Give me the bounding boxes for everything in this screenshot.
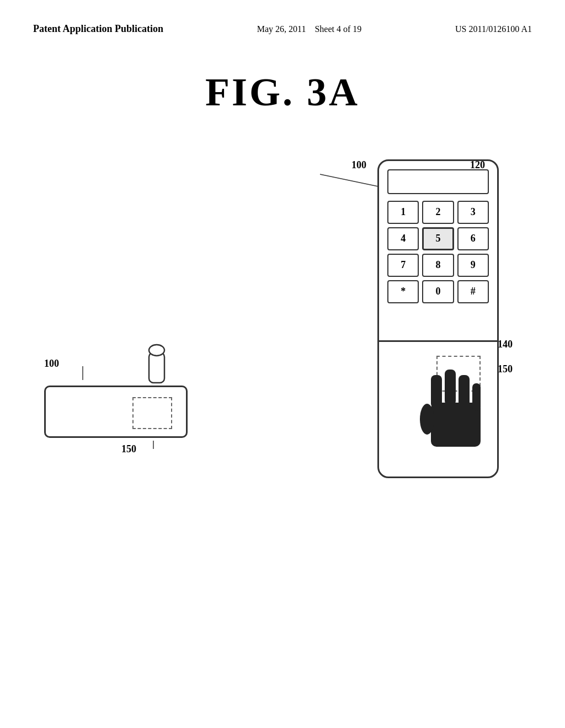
key-1[interactable]: 1 <box>387 201 419 224</box>
key-0[interactable]: 0 <box>422 280 454 303</box>
small-device-sensor <box>132 397 172 429</box>
keypad-display <box>387 169 489 194</box>
key-4[interactable]: 4 <box>387 227 419 250</box>
finger-stylus-icon <box>138 341 177 388</box>
key-star[interactable]: * <box>387 280 419 303</box>
key-hash[interactable]: # <box>457 280 489 303</box>
touch-area <box>377 340 499 478</box>
label-120: 120 <box>470 159 485 171</box>
label-100-right: 100 <box>351 159 366 171</box>
key-7[interactable]: 7 <box>387 254 419 277</box>
svg-rect-7 <box>431 375 442 408</box>
page-header: Patent Application Publication May 26, 2… <box>0 0 565 36</box>
hand-icon <box>417 364 494 463</box>
svg-rect-12 <box>149 352 164 383</box>
key-6[interactable]: 6 <box>457 227 489 250</box>
label-140: 140 <box>498 339 513 350</box>
publication-label: Patent Application Publication <box>33 22 163 36</box>
label-150-left: 150 <box>121 443 136 455</box>
patent-number: US 2011/0126100 A1 <box>455 22 532 36</box>
sheet-info: May 26, 2011 Sheet 4 of 19 <box>257 22 362 36</box>
key-9[interactable]: 9 <box>457 254 489 277</box>
keypad-grid: 1 2 3 4 5 6 7 8 9 * 0 # <box>387 201 489 303</box>
key-5[interactable]: 5 <box>422 227 454 250</box>
svg-line-0 <box>320 174 381 187</box>
svg-point-13 <box>149 345 164 356</box>
svg-point-11 <box>420 404 434 435</box>
diagram-area: 1 2 3 4 5 6 7 8 9 * 0 # <box>0 126 565 623</box>
small-device <box>44 386 188 438</box>
key-2[interactable]: 2 <box>422 201 454 224</box>
svg-rect-10 <box>472 383 481 411</box>
key-3[interactable]: 3 <box>457 201 489 224</box>
label-100-left: 100 <box>44 358 59 370</box>
svg-rect-9 <box>459 375 470 408</box>
figure-title: FIG. 3A <box>0 69 565 115</box>
svg-rect-8 <box>445 370 456 405</box>
label-150-right: 150 <box>498 363 513 375</box>
key-8[interactable]: 8 <box>422 254 454 277</box>
